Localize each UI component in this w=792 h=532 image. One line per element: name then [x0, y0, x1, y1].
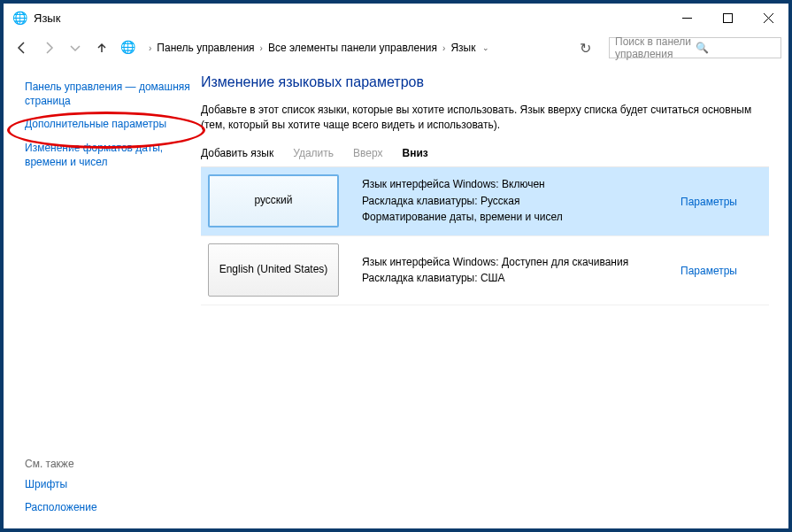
language-details: Язык интерфейса Windows: ВключенРаскладк…: [339, 176, 681, 226]
search-placeholder: Поиск в панели управления: [615, 35, 696, 60]
titlebar: 🌐 Язык: [4, 4, 788, 32]
location-icon: 🌐: [120, 40, 138, 56]
back-button[interactable]: [11, 36, 34, 59]
breadcrumb-part[interactable]: Все элементы панели управления: [268, 42, 437, 54]
language-details: Язык интерфейса Windows: Доступен для ск…: [339, 254, 681, 287]
sidebar: Панель управления — домашняя страница До…: [4, 64, 201, 528]
maximize-button[interactable]: [707, 4, 748, 31]
add-language-button[interactable]: Добавить язык: [201, 147, 273, 159]
toolbar: Добавить язык Удалить Вверх Вниз: [201, 147, 769, 167]
move-up-button[interactable]: Вверх: [353, 147, 382, 159]
breadcrumb[interactable]: › Панель управления › Все элементы панел…: [145, 37, 567, 58]
page-subtitle: Добавьте в этот список языки, которые вы…: [201, 103, 769, 133]
up-button[interactable]: [90, 36, 113, 59]
sidebar-advanced-link[interactable]: Дополнительные параметры: [25, 117, 192, 131]
breadcrumb-dropdown[interactable]: ⌄: [477, 43, 495, 52]
forward-button[interactable]: [37, 36, 60, 59]
sidebar-location-link[interactable]: Расположение: [25, 500, 192, 514]
search-input[interactable]: Поиск в панели управления 🔍: [609, 37, 781, 58]
language-list: русскийЯзык интерфейса Windows: ВключенР…: [201, 167, 769, 305]
refresh-button[interactable]: ↻: [571, 40, 600, 57]
navbar: 🌐 › Панель управления › Все элементы пан…: [4, 32, 788, 64]
language-row[interactable]: English (United States)Язык интерфейса W…: [201, 236, 769, 305]
language-row[interactable]: русскийЯзык интерфейса Windows: ВключенР…: [201, 167, 769, 236]
close-button[interactable]: [748, 4, 788, 31]
language-tile[interactable]: русский: [208, 174, 339, 227]
window-title: Язык: [34, 12, 666, 25]
language-options-link[interactable]: Параметры: [681, 265, 737, 277]
chevron-right-icon: ›: [439, 43, 449, 53]
remove-button[interactable]: Удалить: [293, 147, 334, 159]
sidebar-fonts-link[interactable]: Шрифты: [25, 477, 192, 491]
breadcrumb-part[interactable]: Панель управления: [157, 42, 254, 54]
sidebar-dateformats-link[interactable]: Изменение форматов даты, времени и чисел: [25, 141, 192, 169]
breadcrumb-part[interactable]: Язык: [450, 42, 475, 54]
chevron-right-icon: ›: [257, 43, 266, 53]
main-pane: Изменение языковых параметров Добавьте в…: [201, 64, 788, 528]
page-title: Изменение языковых параметров: [201, 74, 769, 90]
recent-dropdown[interactable]: [64, 36, 87, 59]
see-also-label: См. также: [25, 458, 192, 470]
minimize-button[interactable]: [666, 4, 707, 31]
svg-rect-1: [723, 13, 732, 22]
move-down-button[interactable]: Вниз: [403, 147, 428, 159]
globe-icon: 🌐: [12, 11, 27, 25]
chevron-right-icon: ›: [145, 43, 155, 53]
search-icon: 🔍: [696, 42, 776, 54]
sidebar-home-link[interactable]: Панель управления — домашняя страница: [25, 80, 192, 108]
language-options-link[interactable]: Параметры: [681, 196, 737, 208]
language-tile[interactable]: English (United States): [208, 243, 339, 297]
